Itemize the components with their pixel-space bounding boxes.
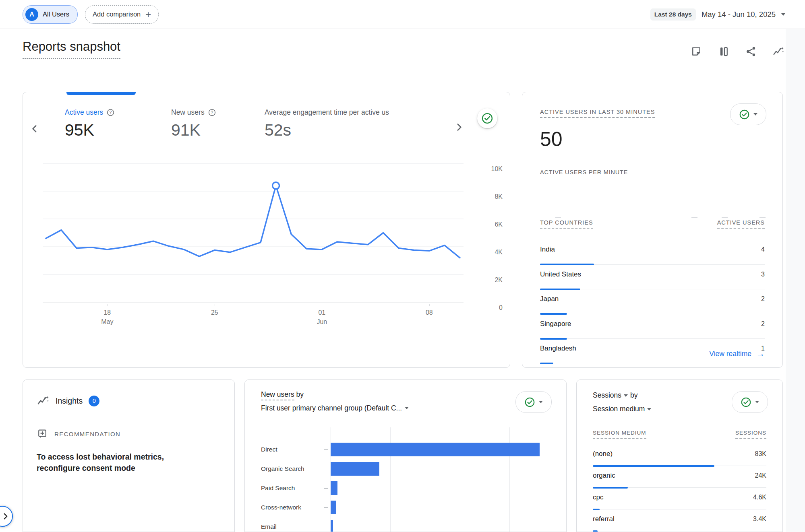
axis-tick: [324, 488, 328, 489]
minute-bar-zero: [691, 217, 697, 218]
session-medium-row: organic24K: [593, 466, 766, 488]
y-axis-tick-label: 10K: [466, 165, 503, 173]
session-medium-row: (none)83K: [593, 444, 766, 466]
date-range-label: May 14 - Jun 10, 2025: [702, 10, 776, 19]
y-axis-tick-label: 2K: [466, 276, 503, 284]
data-quality-dropdown[interactable]: [730, 103, 766, 125]
insights-sparkline-icon[interactable]: [772, 45, 784, 58]
svg-text:?: ?: [110, 110, 112, 115]
channel-bar: [331, 520, 333, 532]
session-medium-row: cpc4.6K: [593, 488, 766, 509]
add-note-icon[interactable]: [690, 45, 702, 58]
chevron-down-icon: [405, 407, 409, 409]
country-name: India: [540, 245, 555, 254]
carousel-prev-button[interactable]: [29, 123, 41, 135]
x-axis-tick-label: 25: [211, 308, 218, 317]
y-axis-tick-label: 6K: [466, 221, 503, 228]
x-axis-tick-label: 01Jun: [317, 308, 327, 326]
recommendation-message[interactable]: To access lost behavioral metrics, recon…: [37, 452, 206, 474]
country-active-users: 2: [761, 295, 765, 303]
channel-label: Paid Search: [261, 485, 321, 492]
sessions-metric-selector[interactable]: Sessions by: [593, 391, 651, 400]
metric-label: New users: [171, 108, 205, 117]
metric-label: Average engagement time per active us: [265, 108, 389, 117]
help-icon[interactable]: ?: [208, 109, 216, 116]
country-row: Japan2: [540, 289, 765, 314]
compare-reports-icon[interactable]: [717, 45, 730, 58]
channel-bar: [331, 462, 379, 476]
data-quality-dropdown[interactable]: [515, 391, 552, 413]
audience-chip-all-users[interactable]: A All Users: [23, 5, 78, 24]
y-axis-tick-label: 0: [466, 304, 503, 311]
divider: [593, 531, 766, 531]
overview-line-chart-svg: [43, 161, 464, 303]
top-countries-table: India4United States3Japan2Singapore2Bang…: [540, 240, 765, 364]
add-comparison-button[interactable]: Add comparison +: [85, 5, 159, 24]
country-progress-bar: [540, 363, 553, 364]
carousel-next-button[interactable]: [453, 121, 465, 133]
metric-tab-new-users[interactable]: New users ? 91K: [171, 108, 216, 140]
channel-bar: [331, 443, 540, 456]
help-icon[interactable]: ?: [107, 109, 114, 116]
line-chart-marker: [273, 182, 279, 189]
view-realtime-link[interactable]: View realtime →: [709, 349, 765, 359]
axis-tick: [324, 527, 328, 527]
country-active-users: 3: [761, 271, 765, 278]
data-quality-check-icon[interactable]: [477, 108, 497, 128]
open-insights-panel-button[interactable]: [0, 506, 13, 527]
channel-row: Email: [261, 517, 553, 532]
date-range-picker[interactable]: Last 28 days May 14 - Jun 10, 2025: [650, 8, 785, 21]
title-join: by: [630, 391, 637, 400]
sessions-card-title: Sessions by Session medium: [593, 391, 651, 413]
minute-bar-zero: [555, 217, 561, 218]
svg-text:?: ?: [211, 110, 213, 115]
session-medium-name: (none): [593, 450, 613, 458]
report-toolbar: [690, 45, 784, 58]
new-users-by-channel-card: New users by First user primary channel …: [244, 379, 567, 532]
axis-tick: [324, 450, 328, 450]
country-row: Singapore2: [540, 314, 765, 339]
top-countries-header: TOP COUNTRIES: [540, 219, 593, 229]
sessions-dimension-selector[interactable]: Session medium: [593, 405, 651, 413]
realtime-title: ACTIVE USERS IN LAST 30 MINUTES: [540, 109, 655, 118]
country-active-users: 4: [761, 246, 765, 253]
recommendation-icon: [37, 428, 48, 439]
channel-row: Cross-network: [261, 498, 553, 517]
country-name: United States: [540, 270, 581, 278]
chevron-down-icon: [781, 13, 785, 16]
axis-tick: [324, 507, 328, 508]
scroll-gutter: [786, 29, 805, 532]
sessions-dimension-label: Session medium: [593, 405, 645, 413]
active-users-per-minute-chart[interactable]: [540, 179, 766, 218]
channel-dimension-selector[interactable]: First user primary channel group (Defaul…: [261, 405, 409, 412]
chevron-down-icon: [647, 408, 651, 410]
session-medium-name: referral: [593, 515, 615, 523]
x-axis-tick: [215, 304, 215, 306]
country-row: India4: [540, 240, 765, 265]
channel-bar-chart[interactable]: DirectOrganic SearchPaid SearchCross-net…: [261, 440, 553, 532]
metric-value: 52s: [265, 121, 389, 140]
date-preset-badge: Last 28 days: [650, 8, 696, 21]
metric-value: 95K: [65, 121, 114, 140]
country-active-users: 2: [761, 320, 765, 328]
channel-bar: [331, 501, 336, 514]
insights-header[interactable]: Insights 0: [37, 394, 99, 407]
data-quality-dropdown[interactable]: [732, 391, 768, 413]
share-icon[interactable]: [745, 45, 757, 58]
chevron-down-icon: [753, 113, 757, 115]
page-title: Reports snapshot: [23, 39, 120, 59]
sessions-count: 3.4K: [753, 516, 766, 523]
active-users-30min-value: 50: [540, 128, 563, 151]
active-users-line-chart[interactable]: 10K8K6K4K2K018May2501Jun08: [43, 161, 506, 342]
channel-metric-label[interactable]: New users: [261, 390, 294, 400]
realtime-card: ACTIVE USERS IN LAST 30 MINUTES 50 ACTIV…: [522, 92, 783, 368]
country-name: Japan: [540, 295, 559, 303]
metric-tab-active-users[interactable]: Active users ? 95K: [65, 108, 114, 140]
audience-avatar: A: [25, 8, 38, 21]
y-axis-tick-label: 4K: [466, 249, 503, 256]
metric-tab-avg-engagement-time[interactable]: Average engagement time per active us 52…: [265, 108, 389, 140]
channel-label: Direct: [261, 446, 321, 453]
sessions-table: (none)83Korganic24Kcpc4.6Kreferral3.4K: [593, 444, 766, 531]
x-axis-tick-label: 18May: [101, 308, 113, 326]
sessions-by-medium-card: Sessions by Session medium SESSION MEDIU…: [576, 379, 783, 532]
